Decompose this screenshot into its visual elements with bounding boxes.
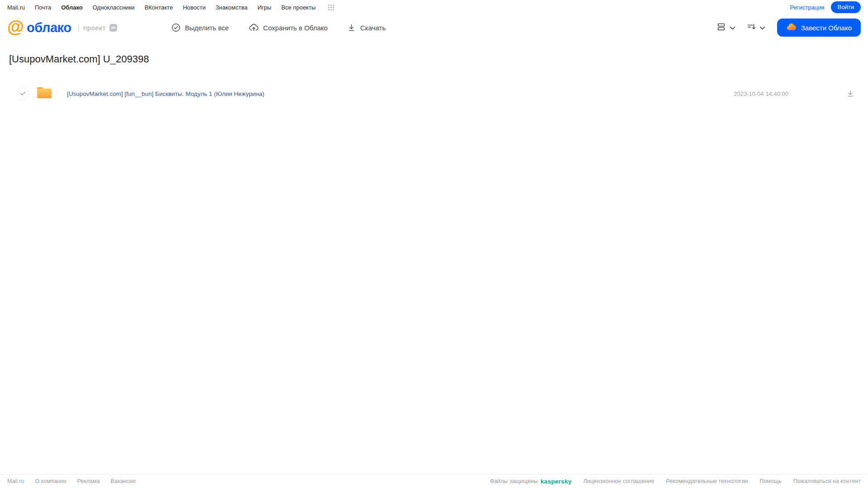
all-projects-grid-icon[interactable] xyxy=(327,4,335,11)
select-all-label: Выделить все xyxy=(185,24,229,32)
topnav-item-cloud[interactable]: Облако xyxy=(61,4,83,11)
view-mode-selector[interactable] xyxy=(717,23,735,33)
get-cloud-button[interactable]: Завести Облако xyxy=(777,19,861,37)
content-area: [UsupovMarket.com] U_209398 xyxy=(0,41,868,474)
file-modified-date: 2023-10-04 14:40:00 xyxy=(734,90,788,97)
registration-link[interactable]: Регистрация xyxy=(790,4,825,11)
footer-link-mailru[interactable]: Mail.ru xyxy=(7,478,24,484)
file-toolbar: Выделить все Сохранить в Облако xyxy=(171,23,386,32)
footer-link-help[interactable]: Помощь xyxy=(759,478,781,484)
topnav-item-games[interactable]: Игры xyxy=(257,4,271,11)
footer-left-links: Mail.ru О компании Реклама Вакансии xyxy=(7,478,136,484)
topnav-item-news[interactable]: Новости xyxy=(183,4,205,11)
download-icon xyxy=(347,24,356,32)
topnav-item-all-projects[interactable]: Все проекты xyxy=(281,4,316,11)
sort-selector[interactable] xyxy=(747,23,765,32)
circle-check-icon xyxy=(171,23,180,32)
cloud-logo-text: облако xyxy=(27,20,71,35)
chevron-down-icon xyxy=(730,24,735,32)
folder-icon xyxy=(36,86,52,101)
file-row[interactable]: [UsupovMarket.com] [fun__bun] Бисквиты. … xyxy=(0,82,868,105)
auth-area: Регистрация Войти xyxy=(790,1,861,13)
footer-link-recommendation-tech[interactable]: Рекомендательные технологии xyxy=(666,478,748,484)
list-view-icon xyxy=(717,23,726,33)
login-button[interactable]: Войти xyxy=(831,1,861,13)
footer-right-links: Файлы защищены kaspersky Лицензионное со… xyxy=(490,478,861,485)
row-download-icon[interactable] xyxy=(846,90,854,98)
mailru-at-icon: @ xyxy=(7,18,24,35)
logo-divider: | xyxy=(77,23,80,33)
vk-badge-icon: vk xyxy=(109,24,117,32)
save-to-cloud-label: Сохранить в Облако xyxy=(263,24,328,32)
topnav-item-vkontakte[interactable]: ВКонтакте xyxy=(145,4,173,11)
portal-topnav: Mail.ru Почта Облако Одноклассники ВКонт… xyxy=(0,0,868,14)
get-cloud-label: Завести Облако xyxy=(801,24,852,32)
folder-name-link[interactable]: [UsupovMarket.com] [fun__bun] Бисквиты. … xyxy=(67,90,734,97)
cloud-logo[interactable]: @ облако | проект vk xyxy=(7,20,117,35)
footer-link-report-content[interactable]: Пожаловаться на контент xyxy=(793,478,861,484)
portal-links: Mail.ru Почта Облако Одноклассники ВКонт… xyxy=(7,4,335,11)
cloud-header: @ облако | проект vk Выделить все xyxy=(0,14,868,41)
row-select-checkbox[interactable] xyxy=(16,87,29,100)
cloud-upload-icon xyxy=(249,23,259,32)
topnav-item-odnoklassniki[interactable]: Одноклассники xyxy=(93,4,135,11)
select-all-button[interactable]: Выделить все xyxy=(171,23,229,32)
vk-project-tag: | проект vk xyxy=(77,23,117,33)
footer-link-jobs[interactable]: Вакансии xyxy=(111,478,136,484)
kaspersky-protection: Файлы защищены kaspersky xyxy=(490,478,572,485)
kaspersky-logo: kaspersky xyxy=(541,478,572,485)
chevron-down-icon xyxy=(759,24,765,32)
orange-cloud-icon xyxy=(786,23,797,32)
footer-link-about[interactable]: О компании xyxy=(35,478,66,484)
topnav-item-mail[interactable]: Почта xyxy=(35,4,51,11)
project-label: проект xyxy=(83,24,106,32)
files-protected-label: Файлы защищены xyxy=(490,478,538,484)
view-controls: Завести Облако xyxy=(717,19,861,37)
footer-link-ads[interactable]: Реклама xyxy=(77,478,100,484)
topnav-item-dating[interactable]: Знакомства xyxy=(215,4,247,11)
sort-icon xyxy=(747,23,756,32)
topnav-item-mailru[interactable]: Mail.ru xyxy=(7,4,25,11)
download-button[interactable]: Скачать xyxy=(347,24,385,32)
footer-link-license[interactable]: Лицензионное соглашение xyxy=(583,478,655,484)
page-footer: Mail.ru О компании Реклама Вакансии Файл… xyxy=(0,474,868,488)
download-label: Скачать xyxy=(360,24,385,32)
save-to-cloud-button[interactable]: Сохранить в Облако xyxy=(249,23,328,32)
page-title: [UsupovMarket.com] U_209398 xyxy=(9,53,868,65)
cloud-public-page: Mail.ru Почта Облако Одноклассники ВКонт… xyxy=(0,0,868,488)
